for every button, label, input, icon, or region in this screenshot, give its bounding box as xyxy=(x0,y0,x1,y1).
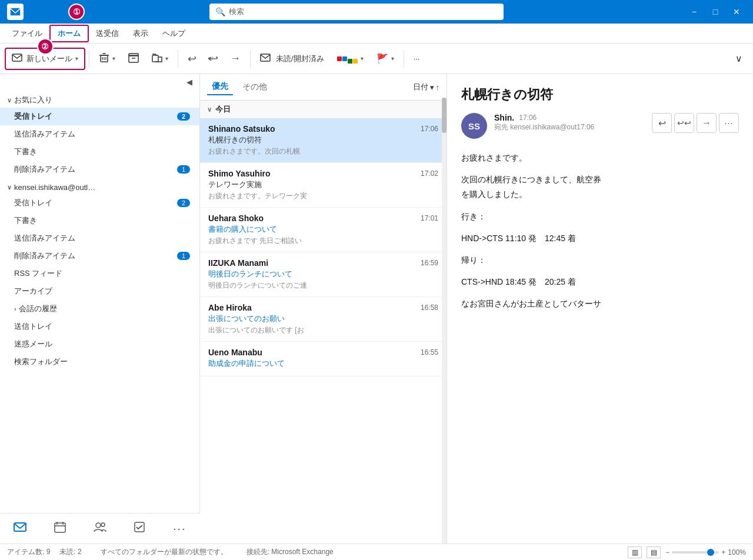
more-action-button[interactable]: ··· xyxy=(719,113,739,133)
forward-action-button[interactable]: → xyxy=(697,113,717,133)
new-mail-label: 新しいメール xyxy=(26,54,72,64)
forward-icon: → xyxy=(230,52,241,65)
tab-other[interactable]: その他 xyxy=(238,79,272,95)
categorize-button[interactable]: ▾ xyxy=(331,48,369,70)
reply-action-icon: ↩ xyxy=(658,118,666,129)
archive-button[interactable] xyxy=(122,48,145,70)
reading-pane-header: SS Shin. 17:06 宛先 kensei.ishikawa@out17:… xyxy=(461,113,739,139)
more-button[interactable]: ··· xyxy=(408,48,426,70)
reading-pane-body: お疲れさまです。 次回の札幌行きにつきまして、航空券を購入しました。 行き： H… xyxy=(461,151,739,312)
menu-help[interactable]: ヘルプ xyxy=(155,26,192,41)
more-nav-button[interactable]: ··· xyxy=(164,519,196,538)
sidebar-item-drafts-favorites[interactable]: 下書き xyxy=(0,143,199,161)
scrollbar-track[interactable] xyxy=(442,98,447,544)
status-bar-right: ▥ ▤ − + 100% xyxy=(628,546,746,558)
sidebar-collapse-button[interactable]: ◀ xyxy=(183,76,196,88)
sidebar-item-deleted-favorites[interactable]: 削除済みアイテム 1 xyxy=(0,161,199,178)
move-button[interactable]: ▾ xyxy=(146,48,174,70)
flag-button[interactable]: 🚩 ▾ xyxy=(371,48,400,70)
email-item-1[interactable]: Shinano Satsuko 17:06 札幌行きの切符 お疲れさまです。次回… xyxy=(200,118,447,163)
zoom-minus[interactable]: − xyxy=(665,548,669,556)
reply-all-action-button[interactable]: ↩↩ xyxy=(674,113,694,133)
reply-button[interactable]: ↩ xyxy=(182,48,202,70)
sidebar-item-outbox[interactable]: 送信トレイ xyxy=(0,318,199,335)
email-item-4[interactable]: IIZUKA Manami 16:59 明後日のランチについて 明後日のランチに… xyxy=(200,252,447,297)
delete-dropdown-arrow[interactable]: ▾ xyxy=(112,55,115,62)
sidebar-rss-label: RSS フィード xyxy=(14,268,62,279)
people-nav-button[interactable] xyxy=(84,519,116,538)
email-sender-3: Uehara Shoko xyxy=(208,214,264,223)
svg-rect-1 xyxy=(12,54,22,61)
minimize-button[interactable]: − xyxy=(685,2,704,21)
sidebar-item-junk[interactable]: 迷惑メール xyxy=(0,335,199,353)
view-normal-button[interactable]: ▥ xyxy=(628,546,642,558)
view-compact-button[interactable]: ▤ xyxy=(647,546,661,558)
favorites-header[interactable]: ∨ お気に入り xyxy=(0,90,199,108)
nav-icons: ··· xyxy=(0,513,200,544)
svg-rect-8 xyxy=(129,55,138,62)
sidebar-item-drafts-account[interactable]: 下書き xyxy=(0,212,199,229)
forward-button[interactable]: → xyxy=(224,48,246,70)
menu-home[interactable]: ホーム xyxy=(49,25,89,42)
new-mail-dropdown-arrow[interactable]: ▾ xyxy=(75,55,78,62)
scrollbar-thumb[interactable] xyxy=(442,98,447,133)
sidebar-item-search-folder[interactable]: 検索フォルダー xyxy=(0,353,199,371)
move-dropdown-arrow[interactable]: ▾ xyxy=(165,55,168,62)
delete-button[interactable]: ▾ xyxy=(93,48,121,70)
tasks-nav-icon xyxy=(134,521,145,536)
flag-dropdown-arrow[interactable]: ▾ xyxy=(391,55,394,62)
zoom-plus[interactable]: + xyxy=(721,548,725,556)
sort-direction-icon: ↑ xyxy=(436,83,440,92)
item-count: アイテム数: 9 xyxy=(7,547,50,557)
sidebar-item-inbox-account[interactable]: 受信トレイ 2 xyxy=(0,194,199,212)
categorize-dropdown-arrow[interactable]: ▾ xyxy=(361,55,364,62)
move-icon xyxy=(152,52,162,65)
title-bar: ① 🔍 検索 − □ ✕ xyxy=(0,0,753,24)
email-preview-2: お疲れさまです。テレワーク実 xyxy=(208,191,438,201)
unread-count: 未読: 2 xyxy=(59,547,81,557)
email-item-5[interactable]: Abe Hiroka 16:58 出張についてのお願い 出張についてのお願いです… xyxy=(200,297,447,342)
email-list-scroll[interactable]: ∨ 今日 Shinano Satsuko 17:06 札幌行きの切符 お疲れさま… xyxy=(200,101,447,544)
email-preview-3: お疲れさまです 先日ご相談い xyxy=(208,236,438,246)
search-box[interactable]: 🔍 検索 xyxy=(209,4,504,20)
more-icon: ··· xyxy=(414,54,420,63)
sidebar-item-inbox-favorites[interactable]: 受信トレイ 2 xyxy=(0,108,199,125)
sender-time: 17:06 xyxy=(519,114,537,122)
email-time-4: 16:59 xyxy=(421,259,438,267)
account-header[interactable]: ∨ kensei.ishikawa@outl… xyxy=(0,178,199,194)
sidebar-item-archive[interactable]: アーカイブ xyxy=(0,282,199,300)
sidebar-item-sent-favorites[interactable]: 送信済みアイテム xyxy=(0,125,199,143)
zoom-track[interactable] xyxy=(672,551,719,554)
envelope-icon xyxy=(260,54,271,64)
zoom-thumb xyxy=(707,549,714,556)
unread-button[interactable]: 未読/開封済み xyxy=(254,48,330,70)
reply-all-icon: ↩↩ xyxy=(209,53,217,64)
email-time-5: 16:58 xyxy=(421,304,438,312)
view-compact-icon: ▤ xyxy=(651,548,657,556)
sidebar-item-deleted-account[interactable]: 削除済みアイテム 1 xyxy=(0,247,199,265)
window-controls: − □ ✕ xyxy=(685,2,746,21)
sidebar-item-sent-account[interactable]: 送信済みアイテム xyxy=(0,229,199,247)
menu-send-receive[interactable]: 送受信 xyxy=(89,26,126,41)
svg-rect-14 xyxy=(55,523,65,532)
tasks-nav-button[interactable] xyxy=(124,519,155,538)
svg-point-18 xyxy=(96,523,101,528)
mail-nav-button[interactable] xyxy=(4,519,36,538)
email-group-today[interactable]: ∨ 今日 xyxy=(200,101,447,118)
maximize-button[interactable]: □ xyxy=(706,2,725,21)
email-item-2[interactable]: Shimo Yasuhiro 17:02 テレワーク実施 お疲れさまです。テレワ… xyxy=(200,163,447,208)
sort-button[interactable]: 日付 ▾ ↑ xyxy=(413,82,440,92)
calendar-nav-button[interactable] xyxy=(45,519,75,538)
sidebar-outbox-label: 送信トレイ xyxy=(14,321,52,332)
sidebar-item-conversation-history[interactable]: › 会話の履歴 xyxy=(0,300,199,318)
email-item-6[interactable]: Ueno Manabu 16:55 助成金の申請について xyxy=(200,342,447,376)
email-item-3[interactable]: Uehara Shoko 17:01 書籍の購入について お疲れさまです 先日ご… xyxy=(200,208,447,252)
menu-view[interactable]: 表示 xyxy=(126,26,155,41)
toolbar-collapse-button[interactable]: ∨ xyxy=(729,48,748,70)
zoom-level: 100% xyxy=(728,548,746,556)
tab-priority[interactable]: 優先 xyxy=(207,79,233,95)
close-button[interactable]: ✕ xyxy=(727,2,746,21)
reply-all-button[interactable]: ↩↩ xyxy=(204,48,223,70)
sidebar-item-rss[interactable]: RSS フィード xyxy=(0,265,199,282)
reply-action-button[interactable]: ↩ xyxy=(652,113,672,133)
